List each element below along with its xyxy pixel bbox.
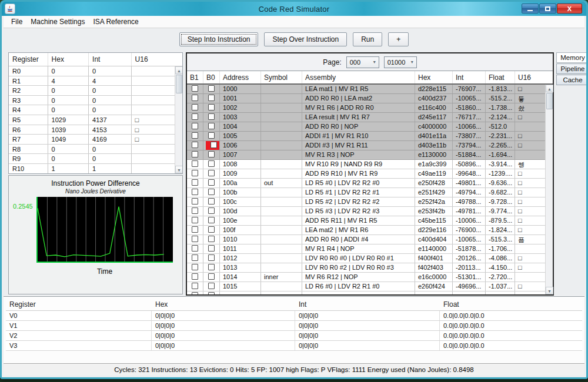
instruction-row[interactable]: 1001ADD R0 R0 | LEA mat2c400d237-10065..… xyxy=(187,94,545,103)
vector-register-row[interactable]: V30|0|0|00|0|0|00.0|0.0|0.0|0.0 xyxy=(6,341,582,351)
breakpoint-b0-checkbox[interactable] xyxy=(208,151,215,158)
menu-item-isa-reference[interactable]: ISA Reference xyxy=(89,16,142,27)
breakpoint-b1-checkbox[interactable] xyxy=(192,160,198,167)
breakpoint-b1-checkbox[interactable] xyxy=(192,142,198,148)
register-row[interactable]: R1011 xyxy=(9,164,175,173)
vector-register-row[interactable]: V20|0|0|00|0|0|00.0|0.0|0.0|0.0 xyxy=(6,331,582,341)
register-row[interactable]: R510294137□ xyxy=(9,115,175,125)
scroll-up-icon[interactable]: ▲ xyxy=(546,85,553,92)
instruction-row[interactable]: 1011MV R1 R4 | NOPe1140000-51878...-1.70… xyxy=(187,244,545,254)
scrollbar-thumb[interactable] xyxy=(176,75,182,93)
instruction-row[interactable]: 1004ADD R0 R0 | NOPc4000000-10066...-512… xyxy=(187,122,545,132)
instruction-row[interactable]: 1000LEA mat1 | MV R1 R5d228e115-76907...… xyxy=(187,85,545,94)
register-row[interactable]: R610394153□ xyxy=(9,125,175,135)
instruction-row[interactable]: 100bLD R5 #1 | LDV R2 R2 #1e251f429-4979… xyxy=(187,188,545,197)
breakpoint-b1-checkbox[interactable] xyxy=(192,198,198,205)
instruction-row[interactable]: 1002MV R1 R6 | ADD R0 R0e116c400-51860..… xyxy=(187,103,545,113)
menu-item-machine-settings[interactable]: Machine Settings xyxy=(26,16,89,27)
scrollbar-thumb[interactable] xyxy=(546,93,553,109)
instruction-row[interactable]: 1013LDV R0 R0 #2 | LDV R0 R0 #3f402f403-… xyxy=(187,263,545,273)
instruction-row[interactable]: 1012LDV R0 R0 #0 | LDV R0 R0 #1f400f401-… xyxy=(187,254,545,263)
breakpoint-b1-checkbox[interactable] xyxy=(192,170,198,176)
breakpoint-b0-checkbox[interactable] xyxy=(208,123,215,129)
breakpoint-b1-checkbox[interactable] xyxy=(192,113,198,120)
vector-register-row[interactable]: V10|0|0|00|0|0|00.0|0.0|0.0|0.0 xyxy=(6,321,582,331)
toolbar-button-step-over-instruction[interactable]: Step Over Instruction xyxy=(264,32,347,46)
minimize-button[interactable] xyxy=(522,4,539,14)
breakpoint-b0-checkbox[interactable] xyxy=(208,217,215,223)
breakpoint-b0-checkbox[interactable] xyxy=(208,207,215,214)
breakpoint-b1-checkbox[interactable] xyxy=(192,123,198,129)
breakpoint-b1-checkbox[interactable] xyxy=(192,95,198,101)
register-row[interactable]: R400 xyxy=(9,105,175,115)
breakpoint-b0-checkbox[interactable] xyxy=(208,113,215,120)
breakpoint-b0-checkbox[interactable] xyxy=(208,245,215,252)
register-row[interactable]: R144 xyxy=(9,76,175,86)
breakpoint-b1-checkbox[interactable] xyxy=(192,226,198,233)
breakpoint-b0-checkbox[interactable] xyxy=(208,104,215,110)
breakpoint-b1-checkbox[interactable] xyxy=(192,151,198,158)
breakpoint-b0-checkbox[interactable] xyxy=(208,283,215,289)
instruction-row[interactable]: 1008MV R10 R9 | NAND R9 R9e1a9c399-50896… xyxy=(187,160,545,169)
close-button[interactable]: X xyxy=(557,4,582,14)
page-select-high[interactable]: 000 ▾ xyxy=(346,56,379,68)
page-select-low[interactable]: 01000 ▾ xyxy=(384,56,417,68)
breakpoint-b1-checkbox[interactable] xyxy=(192,264,198,270)
view-tab-memory[interactable]: Memory xyxy=(556,52,588,63)
breakpoint-b0-checkbox[interactable] xyxy=(208,264,215,270)
breakpoint-b0-checkbox[interactable] xyxy=(208,292,215,294)
instruction-row[interactable]: 1009ADD R9 R10 | MV R1 R9c49ae119-99648.… xyxy=(187,169,545,179)
breakpoint-b0-checkbox[interactable] xyxy=(208,236,215,242)
breakpoint-b0-checkbox[interactable] xyxy=(208,179,215,186)
breakpoint-b1-checkbox[interactable] xyxy=(192,292,198,294)
breakpoint-b1-checkbox[interactable] xyxy=(192,236,198,242)
instruction-table-scrollbar[interactable]: ▲ ▼ xyxy=(545,85,553,294)
breakpoint-b0-checkbox[interactable] xyxy=(211,142,217,148)
vector-register-row[interactable]: V00|0|0|00|0|0|00.0|0.0|0.0|0.0 xyxy=(6,311,582,321)
instruction-row[interactable]: 1010ADD R0 R0 | ADDI #4c400d404-10065...… xyxy=(187,235,545,244)
breakpoint-b0-checkbox[interactable] xyxy=(208,85,215,92)
breakpoint-b1-checkbox[interactable] xyxy=(192,254,198,261)
breakpoint-b0-checkbox[interactable] xyxy=(208,226,215,233)
breakpoint-b1-checkbox[interactable] xyxy=(192,132,198,139)
register-table-scrollbar[interactable]: ▲ ▼ xyxy=(175,66,182,173)
menu-item-file[interactable]: File xyxy=(7,16,26,27)
instruction-row[interactable]: 1006ADDI #3 | MV R1 R11d403e11b-73794...… xyxy=(187,141,545,150)
instruction-row[interactable]: 1015LD R6 #0 | LDV R2 R1 #0e260f424-4969… xyxy=(187,282,545,291)
register-row[interactable]: R200 xyxy=(9,86,175,96)
breakpoint-b0-checkbox[interactable] xyxy=(208,273,215,280)
register-row[interactable]: R300 xyxy=(9,96,175,106)
instruction-row[interactable]: 1003LEA result | MV R1 R7d245e117-76717.… xyxy=(187,113,545,122)
breakpoint-b1-checkbox[interactable] xyxy=(192,207,198,214)
breakpoint-b1-checkbox[interactable] xyxy=(192,85,198,92)
breakpoint-b0-checkbox[interactable] xyxy=(208,198,215,205)
breakpoint-b1-checkbox[interactable] xyxy=(192,217,198,223)
breakpoint-b1-checkbox[interactable] xyxy=(192,189,198,195)
maximize-button[interactable] xyxy=(539,4,556,14)
breakpoint-b0-checkbox[interactable] xyxy=(208,95,215,101)
instruction-row[interactable]: 100dLD R5 #3 | LDV R2 R2 #3e253f42b-4978… xyxy=(187,207,545,216)
instruction-row[interactable]: 1005ADDI #1 | MV R1 R10d401e11a-73807...… xyxy=(187,132,545,141)
register-row[interactable]: R000 xyxy=(9,66,175,76)
breakpoint-b1-checkbox[interactable] xyxy=(192,104,198,110)
breakpoint-b1-checkbox[interactable] xyxy=(192,179,198,186)
instruction-row[interactable]: 1014innerMV R6 R12 | NOPe16c0000-51301..… xyxy=(187,273,545,282)
scroll-up-icon[interactable]: ▲ xyxy=(175,66,183,74)
register-row[interactable]: R800 xyxy=(9,145,175,155)
breakpoint-b0-checkbox[interactable] xyxy=(208,160,215,167)
instruction-row[interactable]: 100fLEA mat2 | MV R1 R6d229e116-76900...… xyxy=(187,226,545,235)
view-tab-pipeline[interactable]: Pipeline xyxy=(556,63,588,74)
view-tab-cache[interactable]: Cache xyxy=(556,75,588,85)
register-row[interactable]: R710494169□ xyxy=(9,135,175,145)
toolbar-button--[interactable]: + xyxy=(388,32,409,46)
instruction-row[interactable]: 100aoutLD R5 #0 | LDV R2 R2 #0e250f428-4… xyxy=(187,179,545,188)
breakpoint-b1-checkbox[interactable] xyxy=(192,273,198,280)
breakpoint-b0-checkbox[interactable] xyxy=(208,254,215,261)
scroll-down-icon[interactable]: ▼ xyxy=(546,287,553,294)
instruction-row[interactable]: 1007MV R1 R3 | NOPe1130000-51884...-1.69… xyxy=(187,150,545,160)
instruction-row[interactable]: 100cLD R5 #2 | LDV R2 R2 #2e252f42a-4978… xyxy=(187,197,545,207)
toolbar-button-run[interactable]: Run xyxy=(353,32,382,46)
instruction-row[interactable]: 100eADD R5 R11 | MV R1 R5c45be115-10006.… xyxy=(187,216,545,226)
breakpoint-b1-checkbox[interactable] xyxy=(192,245,198,252)
register-row[interactable]: R900 xyxy=(9,154,175,164)
